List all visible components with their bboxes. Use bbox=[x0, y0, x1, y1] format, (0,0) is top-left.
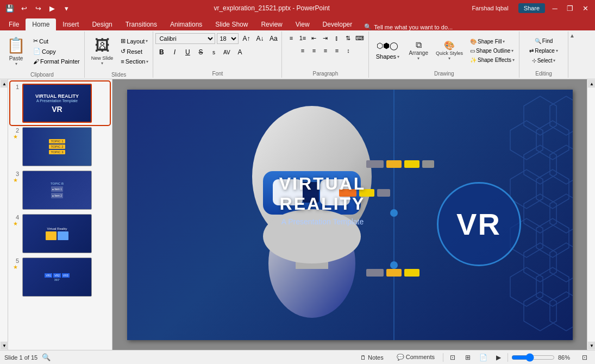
paste-button[interactable]: 📋 Paste ▾ bbox=[2, 33, 30, 70]
restore-icon[interactable]: ❐ bbox=[565, 3, 575, 14]
customize-icon[interactable]: ▾ bbox=[61, 3, 72, 14]
slide-thumbnail-3[interactable]: 3 ★ TOPIC B ● Item 1 ● Item 2 bbox=[10, 168, 110, 212]
slide-thumbnail-5[interactable]: 5 ★ VR1 VR2 VR3 360° bbox=[10, 255, 110, 299]
ribbon-group-drawing: ⬡⬢◯ Shapes▾ ⧉ Arrange ▾ 🎨 Quick Styles ▾… bbox=[369, 32, 519, 78]
strikethrough-button[interactable]: S bbox=[195, 46, 206, 58]
shapes-button[interactable]: Shapes▾ bbox=[374, 52, 402, 61]
zoom-slider[interactable] bbox=[511, 353, 555, 362]
scroll-down-icon[interactable]: ▼ bbox=[1, 342, 8, 349]
svg-marker-15 bbox=[536, 267, 569, 306]
text-direction-button[interactable]: ⇅ bbox=[343, 33, 354, 43]
new-slide-button[interactable]: 🖼 New Slide ▾ bbox=[87, 33, 118, 70]
copy-button[interactable]: 📄Copy bbox=[31, 47, 82, 56]
svg-marker-5 bbox=[550, 145, 573, 184]
tab-slideshow[interactable]: Slide Show bbox=[209, 18, 254, 30]
reset-button[interactable]: ↺Reset bbox=[118, 47, 151, 56]
tab-home[interactable]: Home bbox=[26, 18, 56, 30]
svg-marker-8 bbox=[524, 194, 556, 233]
replace-button[interactable]: ⇄ Replace ▾ bbox=[527, 47, 560, 55]
vr-badge-text: VR bbox=[456, 206, 501, 242]
ribbon-collapse[interactable]: ▲ bbox=[568, 32, 576, 78]
format-painter-button[interactable]: 🖌Format Painter bbox=[31, 57, 82, 66]
reading-view-button[interactable]: 📄 bbox=[477, 352, 489, 363]
accessibility-icon[interactable]: 🔍 bbox=[42, 353, 51, 361]
undo-icon[interactable]: ↩ bbox=[18, 3, 29, 14]
section-button[interactable]: ≡Section▾ bbox=[118, 57, 151, 66]
svg-marker-9 bbox=[550, 194, 573, 233]
font-color-button[interactable]: A bbox=[234, 46, 246, 58]
italic-button[interactable]: I bbox=[168, 46, 180, 58]
status-sep2 bbox=[508, 353, 508, 362]
decrease-indent-button[interactable]: ⇤ bbox=[309, 33, 320, 43]
align-right-button[interactable]: ≡ bbox=[320, 45, 331, 56]
tab-file[interactable]: File bbox=[2, 18, 26, 30]
bold-button[interactable]: B bbox=[155, 46, 167, 58]
normal-view-button[interactable]: ⊡ bbox=[447, 352, 459, 363]
tab-transitions[interactable]: Transitions bbox=[119, 18, 164, 30]
tab-animations[interactable]: Animations bbox=[164, 18, 209, 30]
slide-thumbnail-4[interactable]: 4 ★ Virtual Reality bbox=[10, 212, 110, 255]
notes-button[interactable]: 🗒 Notes bbox=[355, 353, 389, 362]
tab-design[interactable]: Design bbox=[85, 18, 118, 30]
title-bar: 💾 ↩ ↪ ▶ ▾ vr_exploration_21521.pptx - Po… bbox=[0, 0, 595, 16]
layout-button[interactable]: ⊞Layout▾ bbox=[118, 36, 151, 46]
scroll-up-icon[interactable]: ▲ bbox=[1, 80, 8, 87]
slide-img-5: VR1 VR2 VR3 360° bbox=[22, 258, 92, 297]
fit-slide-button[interactable]: ⊡ bbox=[579, 352, 591, 363]
share-button[interactable]: Share bbox=[518, 3, 545, 13]
align-left-button[interactable]: ≡ bbox=[297, 45, 308, 56]
find-button[interactable]: 🔍 Find bbox=[533, 37, 555, 45]
arrange-button[interactable]: ⧉ Arrange ▾ bbox=[406, 34, 431, 67]
underline-button[interactable]: U bbox=[181, 46, 193, 58]
shape-effects-button[interactable]: ✨ Shape Effects ▾ bbox=[468, 56, 517, 64]
slideshow-button[interactable]: ▶ bbox=[492, 352, 504, 363]
bullet-list-button[interactable]: ≡ bbox=[286, 33, 297, 43]
slide-sorter-button[interactable]: ⊞ bbox=[462, 352, 474, 363]
paragraph-label: Paragraph bbox=[284, 70, 366, 77]
spacing-button[interactable]: AV bbox=[221, 46, 233, 58]
cut-button[interactable]: ✂Cut bbox=[31, 36, 82, 46]
save-icon[interactable]: 💾 bbox=[4, 3, 15, 14]
justify-button[interactable]: ≡ bbox=[331, 45, 342, 56]
scroll-up-right-icon[interactable]: ▲ bbox=[588, 80, 595, 87]
decrease-font-button[interactable]: A↓ bbox=[254, 33, 266, 45]
numbered-list-button[interactable]: 1≡ bbox=[297, 33, 308, 43]
comments-button[interactable]: 💬 Comments bbox=[392, 353, 440, 362]
shape-fill-button[interactable]: 🎨 Shape Fill ▾ bbox=[468, 37, 517, 46]
minimize-icon[interactable]: ─ bbox=[549, 3, 560, 14]
quick-access-toolbar: 💾 ↩ ↪ ▶ ▾ bbox=[4, 3, 72, 14]
shape-outline-button[interactable]: ▭ Shape Outline ▾ bbox=[468, 47, 517, 55]
scroll-down-right-icon[interactable]: ▼ bbox=[588, 342, 595, 349]
align-center-button[interactable]: ≡ bbox=[309, 45, 320, 56]
connector-bars-bottom bbox=[366, 269, 419, 277]
quick-styles-button[interactable]: 🎨 Quick Styles ▾ bbox=[433, 34, 466, 67]
close-icon[interactable]: ✕ bbox=[580, 3, 591, 14]
font-size-select[interactable]: 18 bbox=[217, 33, 239, 44]
slide-thumbnail-1[interactable]: 1 VIRTUAL REALITY A Presentation Templat… bbox=[10, 81, 110, 125]
increase-indent-button[interactable]: ⇥ bbox=[320, 33, 331, 43]
tab-developer[interactable]: Developer bbox=[316, 18, 359, 30]
vr-badge: VR bbox=[437, 182, 521, 266]
select-button[interactable]: ⊹ Select ▾ bbox=[530, 57, 558, 65]
redo-icon[interactable]: ↪ bbox=[33, 3, 43, 14]
increase-font-button[interactable]: A↑ bbox=[240, 33, 252, 45]
tab-review[interactable]: Review bbox=[254, 18, 289, 30]
svg-marker-12 bbox=[524, 243, 556, 282]
slide-thumbnail-2[interactable]: 2 ★ TOPIC 1 TOPIC 2 TOPIC 3 bbox=[10, 125, 110, 168]
convert-button[interactable]: ⌨ bbox=[354, 33, 365, 43]
connector-dot-top bbox=[390, 209, 398, 217]
clear-format-button[interactable]: Aa bbox=[267, 33, 279, 45]
tab-view[interactable]: View bbox=[289, 18, 316, 30]
svg-marker-1 bbox=[550, 96, 573, 135]
ribbon-group-font: Calibri 18 A↑ A↓ Aa B I U S s AV A Font bbox=[153, 32, 282, 78]
shapes-gallery[interactable]: ⬡⬢◯ bbox=[371, 40, 404, 51]
columns-button[interactable]: ⫿ bbox=[331, 33, 342, 43]
font-family-select[interactable]: Calibri bbox=[155, 33, 215, 44]
svg-marker-14 bbox=[510, 267, 543, 306]
slide-canvas[interactable]: VIRTUAL REALITY A Presentation Template … bbox=[127, 90, 573, 340]
tab-insert[interactable]: Insert bbox=[56, 18, 85, 30]
present-icon[interactable]: ▶ bbox=[47, 3, 58, 14]
ribbon-group-clipboard: 📋 Paste ▾ ✂Cut 📄Copy 🖌Format Painter Cli… bbox=[0, 32, 85, 78]
line-spacing-button[interactable]: ↕ bbox=[343, 45, 354, 56]
shadow-button[interactable]: s bbox=[208, 46, 220, 58]
